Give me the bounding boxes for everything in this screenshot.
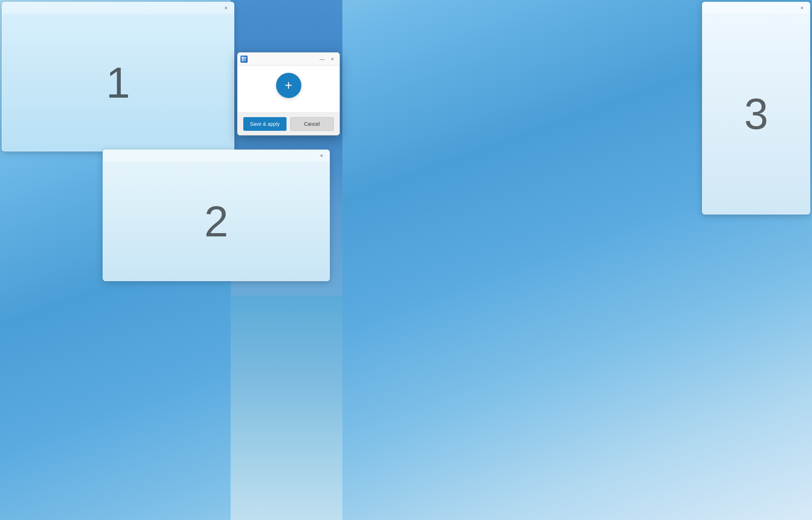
window-2: × 2 bbox=[103, 150, 330, 281]
snap-dialog-controls: — × bbox=[318, 55, 337, 63]
snap-add-button[interactable]: + bbox=[276, 73, 301, 98]
window-3-titlebar: × bbox=[702, 2, 810, 14]
window-3-number: 3 bbox=[744, 89, 768, 139]
snap-dialog-body: + bbox=[238, 66, 340, 112]
snap-dialog-actions: Save & apply Cancel bbox=[238, 112, 340, 135]
snap-layout-dialog: — × + Save & apply Cancel bbox=[237, 52, 340, 135]
window-3-content: 3 bbox=[702, 14, 810, 214]
svg-rect-12 bbox=[244, 59, 247, 61]
desktop: ↺ Recycle Bin bbox=[0, 0, 812, 520]
svg-rect-10 bbox=[244, 57, 247, 59]
window-2-content: 2 bbox=[103, 161, 329, 281]
window-1-content: 1 bbox=[2, 14, 234, 151]
window-1-number: 1 bbox=[106, 58, 130, 107]
cancel-button[interactable]: Cancel bbox=[290, 117, 334, 131]
snap-bottom-area-background bbox=[231, 295, 342, 520]
window-2-close-button[interactable]: × bbox=[316, 151, 327, 161]
window-3: × 3 bbox=[702, 2, 810, 214]
snap-plus-icon: + bbox=[285, 79, 292, 92]
window-3-close-button[interactable]: × bbox=[797, 3, 807, 13]
window-2-number: 2 bbox=[204, 196, 228, 246]
svg-rect-9 bbox=[242, 57, 244, 59]
svg-rect-11 bbox=[242, 59, 244, 61]
snap-dialog-app-icon bbox=[240, 55, 248, 63]
window-1: × 1 bbox=[2, 2, 234, 151]
window-2-titlebar: × bbox=[103, 150, 329, 161]
save-apply-button[interactable]: Save & apply bbox=[243, 117, 287, 131]
window-1-titlebar: × bbox=[2, 2, 234, 14]
snap-dialog-close-button[interactable]: × bbox=[328, 55, 337, 63]
snap-dialog-minimize-button[interactable]: — bbox=[318, 55, 327, 63]
window-1-close-button[interactable]: × bbox=[221, 3, 231, 13]
snap-dialog-titlebar: — × bbox=[238, 53, 340, 66]
